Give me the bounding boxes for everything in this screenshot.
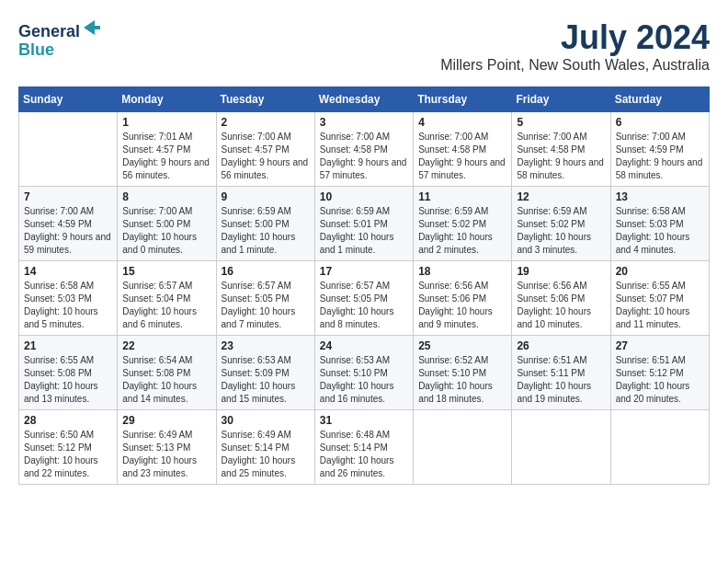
day-number: 4 xyxy=(418,116,506,129)
calendar-cell: 7Sunrise: 7:00 AMSunset: 4:59 PMDaylight… xyxy=(19,187,118,261)
day-number: 27 xyxy=(616,339,704,352)
day-info: Sunrise: 6:56 AMSunset: 5:06 PMDaylight:… xyxy=(517,280,605,331)
calendar-cell: 30Sunrise: 6:49 AMSunset: 5:14 PMDayligh… xyxy=(216,410,314,485)
calendar-cell: 2Sunrise: 7:00 AMSunset: 4:57 PMDaylight… xyxy=(216,112,314,187)
day-info: Sunrise: 7:00 AMSunset: 5:00 PMDaylight:… xyxy=(122,205,210,257)
calendar-cell: 10Sunrise: 6:59 AMSunset: 5:01 PMDayligh… xyxy=(314,187,413,261)
day-number: 9 xyxy=(222,190,310,203)
calendar-week-row: 14Sunrise: 6:58 AMSunset: 5:03 PMDayligh… xyxy=(19,261,710,336)
day-number: 10 xyxy=(320,190,408,203)
calendar-cell: 23Sunrise: 6:53 AMSunset: 5:09 PMDayligh… xyxy=(216,336,314,410)
day-number: 1 xyxy=(122,116,210,129)
day-info: Sunrise: 6:52 AMSunset: 5:10 PMDaylight:… xyxy=(418,354,506,406)
title-section: July 2024 Millers Point, New South Wales… xyxy=(440,18,710,81)
calendar-cell: 15Sunrise: 6:57 AMSunset: 5:04 PMDayligh… xyxy=(118,261,216,336)
calendar-cell: 19Sunrise: 6:56 AMSunset: 5:06 PMDayligh… xyxy=(512,261,610,336)
calendar-cell: 5Sunrise: 7:00 AMSunset: 4:58 PMDaylight… xyxy=(512,112,610,187)
day-info: Sunrise: 7:00 AMSunset: 4:58 PMDaylight:… xyxy=(320,131,408,182)
day-number: 11 xyxy=(418,190,506,203)
day-number: 24 xyxy=(320,339,408,352)
day-info: Sunrise: 7:00 AMSunset: 4:58 PMDaylight:… xyxy=(418,131,506,182)
day-info: Sunrise: 6:59 AMSunset: 5:02 PMDaylight:… xyxy=(418,205,506,257)
calendar-header-row: Sunday Monday Tuesday Wednesday Thursday… xyxy=(19,87,710,112)
col-thursday: Thursday xyxy=(414,87,512,112)
svg-marker-0 xyxy=(84,20,100,35)
day-info: Sunrise: 7:01 AMSunset: 4:57 PMDaylight:… xyxy=(122,131,210,182)
day-info: Sunrise: 6:58 AMSunset: 5:03 PMDaylight:… xyxy=(24,280,112,331)
calendar-cell: 4Sunrise: 7:00 AMSunset: 4:58 PMDaylight… xyxy=(414,112,512,187)
day-info: Sunrise: 6:51 AMSunset: 5:12 PMDaylight:… xyxy=(616,354,704,406)
calendar-cell: 8Sunrise: 7:00 AMSunset: 5:00 PMDaylight… xyxy=(118,187,216,261)
day-info: Sunrise: 6:59 AMSunset: 5:02 PMDaylight:… xyxy=(517,205,605,257)
day-number: 23 xyxy=(222,339,310,352)
col-saturday: Saturday xyxy=(610,87,709,112)
calendar-cell xyxy=(19,112,118,187)
day-info: Sunrise: 6:59 AMSunset: 5:01 PMDaylight:… xyxy=(320,205,408,257)
day-number: 26 xyxy=(517,339,605,352)
day-number: 29 xyxy=(122,414,210,427)
day-number: 6 xyxy=(616,116,704,129)
calendar-cell: 18Sunrise: 6:56 AMSunset: 5:06 PMDayligh… xyxy=(414,261,512,336)
calendar-cell: 3Sunrise: 7:00 AMSunset: 4:58 PMDaylight… xyxy=(314,112,413,187)
day-number: 7 xyxy=(24,190,112,203)
day-number: 13 xyxy=(616,190,704,203)
calendar-cell: 21Sunrise: 6:55 AMSunset: 5:08 PMDayligh… xyxy=(19,336,118,410)
day-info: Sunrise: 6:56 AMSunset: 5:06 PMDaylight:… xyxy=(418,280,506,331)
day-info: Sunrise: 6:57 AMSunset: 5:04 PMDaylight:… xyxy=(122,280,210,331)
day-info: Sunrise: 6:54 AMSunset: 5:08 PMDaylight:… xyxy=(122,354,210,406)
day-info: Sunrise: 7:00 AMSunset: 4:59 PMDaylight:… xyxy=(24,205,112,257)
page-container: GeneralBlue July 2024 Millers Point, New… xyxy=(18,18,710,485)
calendar-cell: 25Sunrise: 6:52 AMSunset: 5:10 PMDayligh… xyxy=(414,336,512,410)
day-info: Sunrise: 6:50 AMSunset: 5:12 PMDaylight:… xyxy=(24,429,112,480)
calendar-cell: 12Sunrise: 6:59 AMSunset: 5:02 PMDayligh… xyxy=(512,187,610,261)
day-number: 15 xyxy=(122,265,210,278)
day-number: 30 xyxy=(222,414,310,427)
day-number: 14 xyxy=(24,265,112,278)
calendar-cell: 29Sunrise: 6:49 AMSunset: 5:13 PMDayligh… xyxy=(118,410,216,485)
col-sunday: Sunday xyxy=(19,87,118,112)
day-number: 19 xyxy=(517,265,605,278)
col-friday: Friday xyxy=(512,87,610,112)
day-info: Sunrise: 6:49 AMSunset: 5:13 PMDaylight:… xyxy=(122,429,210,480)
day-number: 2 xyxy=(222,116,310,129)
day-info: Sunrise: 6:48 AMSunset: 5:14 PMDaylight:… xyxy=(320,429,408,480)
calendar-cell: 24Sunrise: 6:53 AMSunset: 5:10 PMDayligh… xyxy=(314,336,413,410)
col-wednesday: Wednesday xyxy=(314,87,413,112)
calendar-cell: 11Sunrise: 6:59 AMSunset: 5:02 PMDayligh… xyxy=(414,187,512,261)
calendar-cell: 22Sunrise: 6:54 AMSunset: 5:08 PMDayligh… xyxy=(118,336,216,410)
col-monday: Monday xyxy=(118,87,216,112)
calendar-cell: 13Sunrise: 6:58 AMSunset: 5:03 PMDayligh… xyxy=(610,187,709,261)
day-number: 28 xyxy=(24,414,112,427)
calendar-cell: 14Sunrise: 6:58 AMSunset: 5:03 PMDayligh… xyxy=(19,261,118,336)
day-info: Sunrise: 6:57 AMSunset: 5:05 PMDaylight:… xyxy=(320,280,408,331)
day-info: Sunrise: 7:00 AMSunset: 4:58 PMDaylight:… xyxy=(517,131,605,182)
day-info: Sunrise: 6:49 AMSunset: 5:14 PMDaylight:… xyxy=(222,429,310,480)
logo-text: GeneralBlue xyxy=(18,18,100,60)
day-number: 18 xyxy=(418,265,506,278)
day-number: 12 xyxy=(517,190,605,203)
calendar-cell: 26Sunrise: 6:51 AMSunset: 5:11 PMDayligh… xyxy=(512,336,610,410)
calendar-cell xyxy=(512,410,610,485)
day-info: Sunrise: 6:55 AMSunset: 5:08 PMDaylight:… xyxy=(24,354,112,406)
day-number: 17 xyxy=(320,265,408,278)
day-number: 22 xyxy=(122,339,210,352)
day-number: 8 xyxy=(122,190,210,203)
day-info: Sunrise: 6:58 AMSunset: 5:03 PMDaylight:… xyxy=(616,205,704,257)
day-info: Sunrise: 6:57 AMSunset: 5:05 PMDaylight:… xyxy=(222,280,310,331)
day-info: Sunrise: 6:59 AMSunset: 5:00 PMDaylight:… xyxy=(222,205,310,257)
calendar-cell: 16Sunrise: 6:57 AMSunset: 5:05 PMDayligh… xyxy=(216,261,314,336)
calendar-cell: 20Sunrise: 6:55 AMSunset: 5:07 PMDayligh… xyxy=(610,261,709,336)
calendar-cell: 9Sunrise: 6:59 AMSunset: 5:00 PMDaylight… xyxy=(216,187,314,261)
calendar-cell: 6Sunrise: 7:00 AMSunset: 4:59 PMDaylight… xyxy=(610,112,709,187)
day-info: Sunrise: 6:51 AMSunset: 5:11 PMDaylight:… xyxy=(517,354,605,406)
month-title: July 2024 xyxy=(440,18,710,57)
day-number: 20 xyxy=(616,265,704,278)
day-number: 25 xyxy=(418,339,506,352)
day-info: Sunrise: 7:00 AMSunset: 4:57 PMDaylight:… xyxy=(222,131,310,182)
calendar-cell: 1Sunrise: 7:01 AMSunset: 4:57 PMDaylight… xyxy=(118,112,216,187)
day-number: 31 xyxy=(320,414,408,427)
day-number: 5 xyxy=(517,116,605,129)
day-info: Sunrise: 7:00 AMSunset: 4:59 PMDaylight:… xyxy=(616,131,704,182)
col-tuesday: Tuesday xyxy=(216,87,314,112)
calendar-week-row: 28Sunrise: 6:50 AMSunset: 5:12 PMDayligh… xyxy=(19,410,710,485)
